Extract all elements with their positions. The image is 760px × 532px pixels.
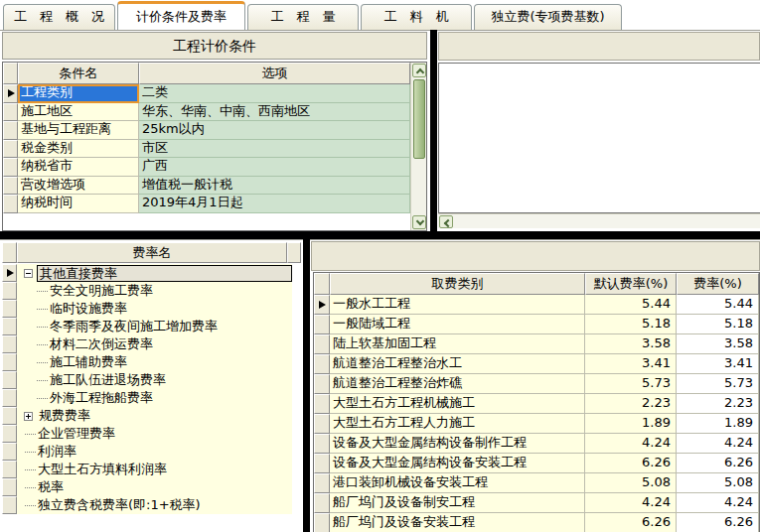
rate-cell[interactable]: 6.26	[677, 454, 759, 473]
row-selector[interactable]	[3, 84, 18, 103]
condition-option-cell[interactable]: 二类	[139, 84, 410, 103]
tree-item-root[interactable]: 其他直接费率	[2, 264, 292, 282]
condition-name-cell[interactable]: 营改增选项	[18, 177, 139, 196]
row-selector[interactable]	[3, 195, 18, 213]
row-selector[interactable]	[2, 318, 17, 335]
row-selector[interactable]	[2, 443, 17, 461]
vertical-scrollbar[interactable]	[410, 63, 426, 230]
tree-item-label[interactable]: 企业管理费率	[36, 425, 117, 443]
default-rate-cell[interactable]: 1.89	[585, 414, 677, 434]
tree-item-label[interactable]: 外海工程拖船费率	[48, 389, 155, 407]
vertical-splitter-bottom[interactable]	[303, 239, 310, 532]
default-rate-cell[interactable]: 5.08	[585, 473, 677, 493]
condition-option-cell[interactable]: 广西	[139, 158, 410, 177]
default-rate-cell[interactable]: 5.18	[585, 315, 677, 334]
rate-cell[interactable]: 3.41	[677, 354, 759, 374]
row-selector[interactable]	[314, 394, 330, 414]
condition-name-cell[interactable]: 纳税时间	[18, 195, 139, 213]
row-selector[interactable]	[314, 414, 330, 434]
tree-item[interactable]: 企业管理费率	[2, 425, 292, 443]
tree-item[interactable]: 独立费含税费率(即:1+税率)	[2, 496, 292, 514]
tree-item[interactable]: 临时设施费率	[2, 300, 292, 318]
row-selector[interactable]	[314, 493, 330, 513]
default-rate-cell[interactable]: 4.24	[585, 434, 677, 454]
condition-name-cell[interactable]: 纳税省市	[18, 158, 139, 177]
fee-category-cell[interactable]: 设备及大型金属结构设备制作工程	[330, 434, 585, 454]
row-selector[interactable]	[3, 177, 18, 196]
column-header-condition-name[interactable]: 条件名	[18, 63, 139, 84]
tree-item[interactable]: 冬季雨季及夜间施工增加费率	[2, 318, 292, 335]
rate-cell[interactable]: 1.89	[677, 414, 759, 434]
condition-option-cell[interactable]: 2019年4月1日起	[139, 195, 410, 213]
row-selector[interactable]	[314, 434, 330, 454]
expand-plus-icon[interactable]	[24, 412, 33, 421]
tree-item-label[interactable]: 施工队伍进退场费率	[48, 371, 168, 389]
fee-category-cell[interactable]: 港口装卸机械设备安装工程	[330, 473, 585, 493]
rate-cell[interactable]: 4.24	[677, 434, 759, 454]
tree-item[interactable]: 施工队伍进退场费率	[2, 371, 292, 389]
tree-item[interactable]: 利润率	[2, 443, 292, 461]
tree-item[interactable]: 施工辅助费率	[2, 353, 292, 371]
row-selector[interactable]	[2, 264, 17, 282]
row-selector[interactable]	[2, 371, 17, 389]
condition-name-cell[interactable]: 工程类别	[18, 84, 139, 103]
row-selector[interactable]	[2, 282, 17, 300]
tree-item[interactable]: 安全文明施工费率	[2, 282, 292, 300]
default-rate-cell[interactable]: 3.41	[585, 354, 677, 374]
fee-category-cell[interactable]: 设备及大型金属结构设备安装工程	[330, 454, 585, 473]
column-header-fee-category[interactable]: 取费类别	[330, 273, 585, 295]
tree-item-label[interactable]: 安全文明施工费率	[48, 282, 155, 300]
row-selector[interactable]	[2, 461, 17, 478]
tab-labor-material-machine[interactable]: 工 料 机	[361, 4, 472, 30]
row-selector[interactable]	[314, 374, 330, 394]
default-rate-cell[interactable]: 6.26	[585, 454, 677, 473]
row-selector[interactable]	[314, 354, 330, 374]
tree-item-label[interactable]: 材料二次倒运费率	[48, 335, 155, 353]
rate-cell[interactable]: 2.23	[677, 394, 759, 414]
tree-item-label[interactable]: 税率	[36, 478, 66, 496]
fee-category-cell[interactable]: 大型土石方工程人力施工	[330, 414, 585, 434]
rate-cell[interactable]: 5.18	[677, 315, 759, 334]
fee-category-cell[interactable]: 航道整治工程整治水工	[330, 354, 585, 374]
tree-item[interactable]: 外海工程拖船费率	[2, 389, 292, 407]
rate-cell[interactable]: 5.08	[677, 473, 759, 493]
row-selector[interactable]	[314, 334, 330, 354]
tree-item-label[interactable]: 冬季雨季及夜间施工增加费率	[48, 318, 220, 335]
rate-cell[interactable]: 5.73	[677, 374, 759, 394]
detail-content-area[interactable]	[438, 63, 760, 213]
row-selector[interactable]	[314, 295, 330, 315]
row-selector[interactable]	[314, 513, 330, 532]
column-header-rate[interactable]: 费率(%)	[677, 273, 759, 295]
default-rate-cell[interactable]: 4.24	[585, 493, 677, 513]
fee-category-cell[interactable]: 船厂坞门及设备制安工程	[330, 493, 585, 513]
default-rate-cell[interactable]: 6.26	[585, 513, 677, 532]
row-selector[interactable]	[314, 473, 330, 493]
condition-option-cell[interactable]: 25km以内	[139, 121, 410, 140]
tree-item-label[interactable]: 独立费含税费率(即:1+税率)	[36, 496, 203, 514]
scrollbar-thumb[interactable]	[413, 79, 425, 159]
fee-category-cell[interactable]: 大型土石方工程机械施工	[330, 394, 585, 414]
column-header-default-rate[interactable]: 默认费率(%)	[585, 273, 677, 295]
fee-category-cell[interactable]: 航道整治工程整治炸礁	[330, 374, 585, 394]
row-selector[interactable]	[2, 425, 17, 443]
default-rate-cell[interactable]: 5.44	[585, 295, 677, 315]
tree-item[interactable]: 大型土石方填料利润率	[2, 461, 292, 478]
row-selector[interactable]	[2, 478, 17, 496]
tab-pricing-conditions-and-rates[interactable]: 计价条件及费率	[117, 1, 245, 30]
fee-category-cell[interactable]: 一般水工工程	[330, 295, 585, 315]
tree-item-label[interactable]: 规费费率	[37, 407, 92, 425]
rate-cell[interactable]: 6.26	[677, 513, 759, 532]
rate-cell[interactable]: 5.44	[677, 295, 759, 315]
row-selector[interactable]	[314, 454, 330, 473]
default-rate-cell[interactable]: 2.23	[585, 394, 677, 414]
row-selector[interactable]	[2, 353, 17, 371]
tree-item-label[interactable]: 其他直接费率	[37, 265, 292, 282]
fee-category-cell[interactable]: 船厂坞门及设备安装工程	[330, 513, 585, 532]
tree-item-label[interactable]: 施工辅助费率	[48, 353, 129, 371]
row-selector[interactable]	[2, 300, 17, 318]
scroll-left-button[interactable]	[439, 215, 453, 228]
tab-independent-fee[interactable]: 独立费(专项费基数)	[474, 4, 622, 30]
default-rate-cell[interactable]: 3.58	[585, 334, 677, 354]
condition-option-cell[interactable]: 华东、华南、中南、西南地区	[139, 103, 410, 122]
row-selector[interactable]	[2, 496, 17, 514]
